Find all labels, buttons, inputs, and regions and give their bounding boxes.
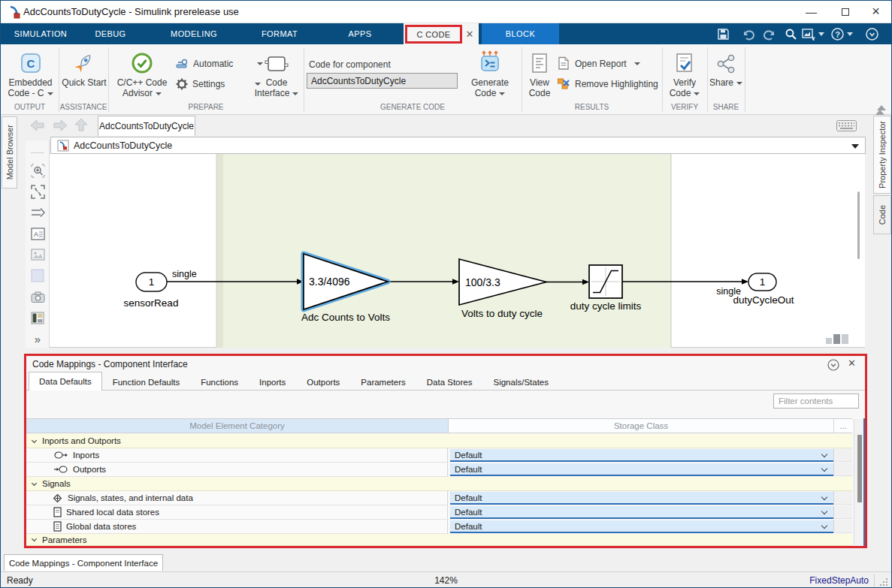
canvas-corner-icon[interactable] bbox=[826, 334, 848, 344]
chevron-down-icon bbox=[821, 451, 827, 457]
tab-inports[interactable]: Inports bbox=[249, 372, 296, 390]
signal-routing-icon[interactable] bbox=[30, 205, 45, 220]
saturation-block[interactable] bbox=[589, 265, 622, 298]
row-options-cell[interactable] bbox=[833, 463, 852, 476]
component-name-input[interactable] bbox=[307, 73, 458, 89]
column-header-storage-class[interactable]: Storage Class bbox=[448, 418, 833, 433]
close-button[interactable]: × bbox=[859, 1, 892, 23]
chevron-down-icon bbox=[32, 437, 37, 442]
model-file-icon bbox=[57, 140, 69, 152]
category-cell[interactable]: Global data stores bbox=[26, 520, 448, 534]
screenshot-dropdown-icon[interactable] bbox=[817, 28, 826, 41]
close-c-code-tab-icon[interactable]: ✕ bbox=[463, 27, 476, 41]
scrollbar-thumb[interactable] bbox=[857, 435, 862, 502]
tab-debug[interactable]: DEBUG bbox=[88, 23, 133, 44]
category-cell[interactable]: Shared local data stores bbox=[26, 505, 448, 520]
storage-class-dropdown[interactable]: Default bbox=[450, 449, 833, 462]
code-mappings-panel: Code Mappings - Component Interface ✕ Da… bbox=[24, 354, 867, 548]
model-canvas[interactable]: 1 single sensorRead 3.3/4096 Adc Counts … bbox=[50, 154, 865, 348]
resize-grip[interactable] bbox=[880, 578, 889, 587]
category-cell[interactable]: Signals, states, and internal data bbox=[26, 491, 448, 505]
tab-modeling[interactable]: MODELING bbox=[166, 23, 222, 44]
filter-contents-input[interactable] bbox=[773, 394, 859, 409]
tab-parameters[interactable]: Parameters bbox=[350, 372, 416, 390]
window-title: AdcCountsToDutyCycle - Simulink prerelea… bbox=[23, 6, 239, 17]
open-report-button[interactable]: Open Report bbox=[557, 56, 640, 71]
outport-block[interactable]: 1 bbox=[748, 273, 776, 291]
tab-outports[interactable]: Outports bbox=[296, 372, 350, 390]
maximize-button[interactable] bbox=[828, 1, 862, 23]
column-header-category[interactable]: Model Element Category bbox=[26, 418, 448, 433]
tab-block[interactable]: BLOCK bbox=[482, 23, 559, 44]
search-icon[interactable] bbox=[782, 28, 799, 41]
tab-format[interactable]: FORMAT bbox=[255, 23, 304, 44]
code-mappings-bottom-tab[interactable]: Code Mappings - Component Interface bbox=[4, 554, 163, 571]
undo-icon[interactable] bbox=[740, 28, 757, 41]
back-icon[interactable] bbox=[29, 119, 46, 131]
breadcrumb[interactable]: AdcCountsToDutyCycle bbox=[50, 137, 866, 154]
group-row-signals[interactable]: Signals bbox=[26, 477, 852, 491]
column-header-more[interactable]: ... bbox=[833, 418, 852, 433]
check-circle-icon bbox=[110, 47, 174, 74]
tab-c-code[interactable]: C CODE bbox=[405, 25, 462, 44]
model-browser-tab[interactable]: Model Browser bbox=[2, 116, 17, 188]
settings-button[interactable]: Settings bbox=[176, 78, 261, 90]
viewmark-camera-icon[interactable] bbox=[30, 289, 45, 304]
minimize-button[interactable]: — bbox=[794, 1, 828, 23]
close-panel-icon[interactable]: ✕ bbox=[848, 357, 856, 369]
property-inspector-tab[interactable]: Property Inspector bbox=[873, 116, 891, 194]
tab-functions[interactable]: Functions bbox=[190, 372, 249, 390]
zoom-region-icon[interactable] bbox=[30, 163, 45, 178]
screenshot-icon[interactable] bbox=[800, 28, 817, 41]
group-row-inports-outports[interactable]: Inports and Outports bbox=[26, 434, 852, 448]
remove-highlighting-button[interactable]: Remove Highlighting bbox=[557, 77, 658, 91]
row-options-cell[interactable] bbox=[833, 491, 852, 505]
row-options-cell[interactable] bbox=[833, 448, 852, 462]
chevron-down-icon bbox=[821, 466, 827, 472]
row-options-cell[interactable] bbox=[833, 520, 852, 533]
tab-data-defaults[interactable]: Data Defaults bbox=[29, 372, 102, 390]
storage-class-dropdown[interactable]: Default bbox=[450, 520, 833, 533]
storage-class-dropdown[interactable]: Default bbox=[450, 506, 833, 519]
chevron-down-icon bbox=[32, 536, 37, 541]
minimize-toolstrip-icon[interactable] bbox=[863, 28, 880, 41]
forward-icon[interactable] bbox=[52, 119, 68, 131]
save-icon[interactable] bbox=[715, 28, 731, 41]
group-row-parameters[interactable]: Parameters bbox=[26, 534, 852, 546]
tab-data-stores[interactable]: Data Stores bbox=[416, 372, 483, 390]
storage-class-dropdown[interactable]: Default bbox=[450, 492, 833, 505]
tab-simulation[interactable]: SIMULATION bbox=[11, 23, 70, 44]
fit-to-view-icon[interactable] bbox=[30, 184, 45, 199]
area-box-icon[interactable] bbox=[30, 268, 45, 283]
category-cell[interactable]: Outports bbox=[26, 463, 448, 477]
gear-icon bbox=[176, 78, 188, 90]
image-icon[interactable] bbox=[30, 247, 45, 262]
keyboard-icon[interactable] bbox=[836, 120, 857, 131]
tab-function-defaults[interactable]: Function Defaults bbox=[102, 372, 191, 390]
collapse-canvas-icon[interactable] bbox=[877, 105, 886, 110]
row-options-cell[interactable] bbox=[833, 505, 852, 519]
svg-text:A: A bbox=[34, 231, 38, 238]
breadcrumb-dropdown-icon[interactable] bbox=[851, 144, 859, 149]
canvas-vscrollbar[interactable] bbox=[857, 191, 860, 259]
automatic-build-icon bbox=[176, 58, 189, 69]
screen-layout-icon[interactable] bbox=[30, 310, 45, 325]
category-cell[interactable]: Inports bbox=[26, 448, 448, 463]
embedded-code-c-icon: C bbox=[4, 47, 57, 74]
tab-signals-states[interactable]: Signals/States bbox=[483, 372, 560, 390]
up-icon[interactable] bbox=[74, 118, 88, 132]
minimize-panel-icon[interactable] bbox=[827, 359, 839, 371]
annotation-icon[interactable]: A bbox=[30, 226, 45, 241]
inport-block[interactable]: 1 bbox=[136, 273, 167, 291]
storage-class-dropdown[interactable]: Default bbox=[450, 463, 833, 476]
redo-icon[interactable] bbox=[761, 28, 778, 41]
tab-apps[interactable]: APPS bbox=[342, 23, 378, 44]
code-side-tab[interactable]: Code bbox=[873, 195, 891, 234]
help-icon[interactable]: ? bbox=[829, 28, 845, 41]
rocket-icon bbox=[61, 47, 107, 74]
help-dropdown-icon[interactable] bbox=[845, 28, 854, 41]
more-tools-icon[interactable]: » bbox=[30, 331, 45, 346]
section-label-generate-code: GENERATE CODE bbox=[304, 103, 522, 111]
local-data-store-icon bbox=[53, 507, 62, 517]
model-document-tab[interactable]: AdcCountsToDutyCycle bbox=[98, 116, 195, 136]
